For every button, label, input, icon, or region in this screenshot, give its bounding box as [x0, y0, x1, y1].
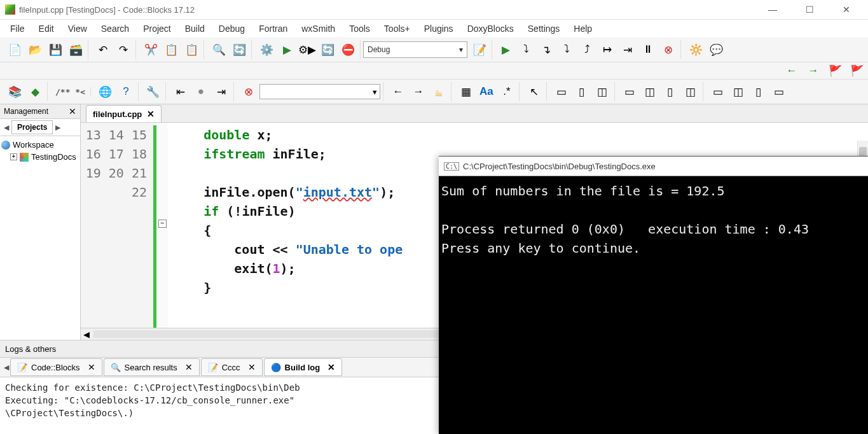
maximize-button[interactable]: ☐ — [797, 3, 822, 17]
mgmt-tab-next-icon[interactable]: ▶ — [55, 123, 60, 132]
menu-plugins[interactable]: Plugins — [418, 21, 460, 36]
scroll-left-icon[interactable]: ◀ — [83, 330, 90, 339]
wrench-icon[interactable]: 🔧 — [144, 82, 163, 101]
layout2-icon[interactable]: ▯ — [572, 82, 591, 101]
logs-tab-cccc[interactable]: 📝Cccc✕ — [201, 358, 263, 376]
open-file-icon[interactable]: 📂 — [25, 40, 45, 59]
record-icon[interactable]: ● — [191, 82, 210, 101]
menu-build[interactable]: Build — [179, 21, 211, 36]
menu-debug[interactable]: Debug — [212, 21, 251, 36]
menu-doxyblocks[interactable]: DoxyBlocks — [461, 21, 520, 36]
layout8-icon[interactable]: ▭ — [708, 82, 727, 101]
jump-fwd-icon[interactable]: → — [806, 64, 821, 78]
console-titlebar[interactable]: C:\ C:\CProject\TestingDocs\bin\Debug\Te… — [439, 157, 868, 176]
menu-edit[interactable]: Edit — [32, 21, 60, 36]
bookmark-next-icon[interactable]: 🚩 — [849, 64, 864, 78]
logs-tab-prev-icon[interactable]: ◀ — [4, 363, 9, 372]
clear-icon[interactable]: ⊗ — [239, 82, 258, 101]
step-instr-icon[interactable]: ⇥ — [618, 40, 637, 59]
logs-tab-build-log[interactable]: 🔵Build log✕ — [264, 358, 343, 376]
save-all-icon[interactable]: 🗃️ — [66, 40, 85, 59]
layout5-icon[interactable]: ◫ — [640, 82, 659, 101]
minimize-button[interactable]: — — [760, 3, 785, 17]
menu-view[interactable]: View — [62, 21, 93, 36]
rebuild-icon[interactable]: 🔄 — [318, 40, 337, 59]
close-button[interactable]: ✕ — [834, 3, 859, 17]
find-icon[interactable]: 🔍 — [209, 40, 228, 59]
layout11-icon[interactable]: ▭ — [769, 82, 789, 101]
search-combo[interactable]: ▾ — [259, 84, 380, 99]
step-into-icon[interactable]: ⤵ — [557, 40, 576, 59]
layout3-icon[interactable]: ◫ — [593, 82, 612, 101]
logs-tab-search-results[interactable]: 🔍Search results✕ — [104, 358, 200, 376]
menu-search[interactable]: Search — [95, 21, 135, 36]
step-out-icon[interactable]: ⤴ — [577, 40, 596, 59]
paste-icon[interactable]: 📋 — [182, 40, 201, 59]
next-mark-icon[interactable]: ⇥ — [212, 82, 231, 101]
targets-icon[interactable]: 📝 — [470, 40, 489, 59]
build-icon[interactable]: ⚙️ — [257, 40, 276, 59]
menu-settings[interactable]: Settings — [521, 21, 567, 36]
fold-toggle-icon[interactable]: − — [158, 220, 167, 228]
cut-icon[interactable]: ✂️ — [141, 40, 160, 59]
layout1-icon[interactable]: ▭ — [552, 82, 571, 101]
tab-close-icon[interactable]: ✕ — [248, 362, 256, 372]
doxy-icon[interactable]: 📚 — [5, 82, 24, 101]
menu-file[interactable]: File — [4, 21, 31, 36]
doxy-run-icon[interactable]: ◆ — [25, 82, 45, 101]
layout7-icon[interactable]: ◫ — [681, 82, 700, 101]
tab-close-icon[interactable]: ✕ — [88, 362, 95, 372]
menu-project[interactable]: Project — [137, 21, 177, 36]
comment-tool-label[interactable]: /** *< — [53, 87, 88, 97]
project-node[interactable]: + TestingDocs — [1, 151, 79, 163]
cursor-icon[interactable]: ↖ — [525, 82, 544, 101]
debug-windows-icon[interactable]: 🔆 — [686, 40, 705, 59]
editor-tab-close-icon[interactable]: ✕ — [147, 109, 155, 119]
undo-icon[interactable]: ↶ — [93, 40, 113, 59]
menu-tools[interactable]: Tools — [343, 21, 376, 36]
build-run-icon[interactable]: ⚙▶ — [298, 40, 317, 59]
new-file-icon[interactable]: 📄 — [5, 40, 24, 59]
doxy-web-icon[interactable]: 🌐 — [96, 82, 115, 101]
doxy-help-icon[interactable]: ? — [116, 82, 135, 101]
bookmark-prev-icon[interactable]: 🚩 — [827, 64, 843, 78]
debug-run-icon[interactable]: ▶ — [496, 40, 515, 59]
code-text[interactable]: double x; ifstream inFile; inFile.open("… — [168, 123, 408, 328]
layout6-icon[interactable]: ▯ — [661, 82, 680, 101]
save-icon[interactable]: 💾 — [46, 40, 65, 59]
run-icon[interactable]: ▶ — [277, 40, 296, 59]
management-close-icon[interactable]: ✕ — [69, 106, 76, 116]
break-icon[interactable]: ⏸ — [638, 40, 658, 59]
replace-icon[interactable]: 🔄 — [230, 40, 249, 59]
run-to-cursor-icon[interactable]: ⤵ — [516, 40, 535, 59]
workspace-node[interactable]: Workspace — [1, 139, 79, 151]
layout4-icon[interactable]: ▭ — [620, 82, 639, 101]
next-line-icon[interactable]: ↴ — [537, 40, 556, 59]
editor-tab[interactable]: fileInput.cpp ✕ — [86, 105, 162, 122]
tab-close-icon[interactable]: ✕ — [327, 362, 335, 372]
tree-expand-icon[interactable]: + — [10, 153, 17, 160]
find-prev-icon[interactable]: ← — [389, 82, 408, 101]
mgmt-tab-prev-icon[interactable]: ◀ — [4, 123, 9, 132]
tab-close-icon[interactable]: ✕ — [185, 362, 193, 372]
jump-back-icon[interactable]: ← — [784, 64, 799, 78]
build-target-combo[interactable]: Debug ▾ — [363, 41, 467, 58]
layout9-icon[interactable]: ◫ — [729, 82, 748, 101]
logs-tab-code-blocks[interactable]: 📝Code::Blocks✕ — [10, 358, 102, 376]
abort-icon[interactable]: ⛔ — [338, 40, 357, 59]
menu-wxsmith[interactable]: wxSmith — [295, 21, 341, 36]
layout10-icon[interactable]: ▯ — [749, 82, 768, 101]
prev-mark-icon[interactable]: ⇤ — [171, 82, 190, 101]
find-next-icon[interactable]: → — [409, 82, 428, 101]
info-icon[interactable]: 💬 — [706, 40, 726, 59]
match-case-icon[interactable]: Aa — [477, 82, 496, 101]
next-instr-icon[interactable]: ↦ — [598, 40, 617, 59]
selection-icon[interactable]: ▦ — [457, 82, 476, 101]
menu-tools[interactable]: Tools+ — [378, 21, 417, 36]
stop-debug-icon[interactable]: ⊗ — [659, 40, 678, 59]
redo-icon[interactable]: ↷ — [114, 40, 133, 59]
copy-icon[interactable]: 📋 — [162, 40, 181, 59]
highlight-icon[interactable]: ⎁ — [429, 82, 448, 101]
menu-help[interactable]: Help — [567, 21, 598, 36]
menu-fortran[interactable]: Fortran — [252, 21, 294, 36]
